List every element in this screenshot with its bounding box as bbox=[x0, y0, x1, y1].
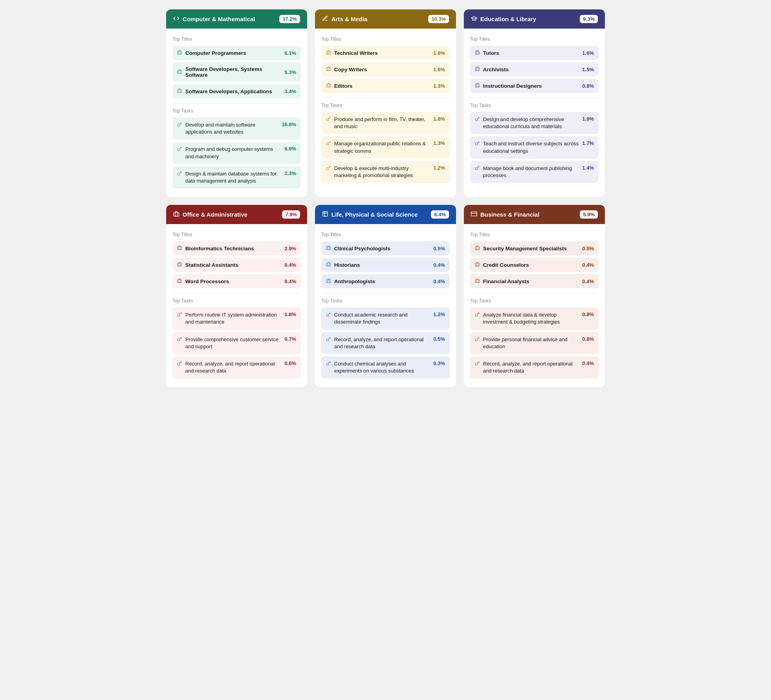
svg-point-28 bbox=[326, 314, 329, 317]
task-pct: 0.7% bbox=[284, 336, 296, 342]
task-pct: 6.9% bbox=[284, 146, 296, 152]
card-title: Arts & Media bbox=[331, 16, 367, 22]
svg-point-37 bbox=[475, 338, 478, 341]
svg-rect-7 bbox=[326, 68, 331, 71]
task-row: Record, analyze, and report operational … bbox=[321, 332, 450, 354]
svg-point-17 bbox=[475, 167, 478, 170]
percentage-badge: 5.9% bbox=[580, 210, 598, 219]
card-header-left: Arts & Media bbox=[322, 15, 367, 23]
card-title: Business & Financial bbox=[480, 211, 539, 218]
task-left: Record, analyze, and report operational … bbox=[326, 336, 430, 350]
card-business-financial: Business & Financial 5.9% Top Titles Sec… bbox=[464, 205, 605, 387]
task-text: Produce and perform in film, TV, theater… bbox=[334, 116, 430, 130]
category-icon bbox=[322, 211, 328, 218]
card-header-left: Office & Administrative bbox=[173, 211, 247, 218]
title-pct: 1.3% bbox=[433, 83, 445, 89]
task-text: Perform routine IT system administration… bbox=[185, 311, 281, 326]
task-text: Teach and instruct diverse subjects acro… bbox=[483, 140, 579, 154]
task-text: Develop and maintain software applicatio… bbox=[185, 121, 279, 136]
task-pct: 0.8% bbox=[582, 311, 594, 317]
key-icon bbox=[177, 122, 182, 128]
svg-point-16 bbox=[475, 143, 478, 145]
task-left: Provide comprehensive customer service a… bbox=[177, 336, 281, 350]
card-office-administrative: Office & Administrative 7.9% Top Titles … bbox=[166, 205, 307, 387]
briefcase-icon bbox=[475, 245, 480, 251]
top-titles-label: Top Titles bbox=[470, 36, 599, 42]
key-icon bbox=[177, 336, 182, 343]
title-pct: 1.6% bbox=[433, 67, 445, 72]
task-pct: 1.2% bbox=[433, 165, 445, 171]
title-row: Tutors 1.6% bbox=[470, 46, 599, 60]
task-row: Design and develop comprehensive educati… bbox=[470, 112, 599, 134]
svg-point-29 bbox=[326, 338, 329, 341]
title-row: Computer Programmers 6.1% bbox=[172, 46, 301, 60]
title-name: Software Developers, Systems Software bbox=[185, 66, 284, 78]
title-row: Editors 1.3% bbox=[321, 79, 450, 93]
svg-rect-21 bbox=[177, 280, 182, 283]
title-left: Computer Programmers bbox=[177, 50, 246, 56]
briefcase-icon bbox=[177, 262, 182, 268]
svg-point-11 bbox=[326, 167, 329, 170]
briefcase-icon bbox=[326, 66, 331, 72]
svg-rect-14 bbox=[475, 84, 480, 87]
top-tasks-label: Top Tasks bbox=[172, 298, 301, 304]
svg-rect-27 bbox=[326, 280, 331, 283]
percentage-badge: 7.9% bbox=[282, 210, 300, 219]
task-row: Perform routine IT system administration… bbox=[172, 307, 301, 329]
title-row: Financial Analysts 0.4% bbox=[470, 274, 599, 288]
title-name: Editors bbox=[334, 83, 353, 89]
percentage-badge: 6.4% bbox=[431, 210, 449, 219]
svg-point-23 bbox=[177, 338, 180, 341]
title-left: Credit Counselors bbox=[475, 262, 529, 268]
card-body: Top Titles Security Management Specialis… bbox=[464, 224, 605, 387]
task-left: Record, analyze, and report operational … bbox=[177, 360, 281, 374]
title-pct: 0.4% bbox=[433, 279, 445, 284]
title-row: Bioinformatics Technicians 2.9% bbox=[172, 241, 301, 255]
category-icon bbox=[471, 211, 477, 218]
card-body: Top Titles Tutors 1.6% Archivists 1.5% I… bbox=[464, 29, 605, 192]
title-row: Archivists 1.5% bbox=[470, 62, 599, 76]
title-name: Tutors bbox=[483, 50, 499, 56]
svg-point-36 bbox=[475, 314, 478, 317]
svg-point-10 bbox=[326, 143, 329, 145]
briefcase-icon bbox=[475, 50, 480, 56]
title-left: Clinical Psychologists bbox=[326, 245, 390, 251]
percentage-badge: 10.3% bbox=[428, 15, 449, 23]
title-row: Security Management Specialists 0.5% bbox=[470, 241, 599, 255]
title-name: Software Developers, Applications bbox=[185, 89, 272, 94]
task-text: Provide personal financial advice and ed… bbox=[483, 336, 579, 350]
svg-point-15 bbox=[475, 118, 478, 121]
card-header: Business & Financial 5.9% bbox=[464, 205, 605, 224]
task-pct: 0.8% bbox=[582, 336, 594, 342]
card-header-left: Life, Physical & Social Science bbox=[322, 211, 418, 218]
title-row: Statistical Assistants 0.4% bbox=[172, 258, 301, 272]
svg-rect-31 bbox=[471, 212, 477, 216]
percentage-badge: 37.2% bbox=[279, 15, 300, 23]
title-row: Word Processors 0.4% bbox=[172, 274, 301, 288]
card-education-library: Education & Library 9.3% Top Titles Tuto… bbox=[464, 9, 605, 197]
top-titles-label: Top Titles bbox=[321, 232, 450, 237]
task-text: Record, analyze, and report operational … bbox=[334, 336, 430, 350]
briefcase-icon bbox=[475, 83, 480, 89]
title-pct: 5.3% bbox=[284, 69, 296, 75]
divider bbox=[321, 293, 450, 293]
category-icon bbox=[173, 211, 179, 218]
svg-rect-25 bbox=[326, 247, 331, 250]
task-pct: 1.4% bbox=[582, 165, 594, 171]
svg-rect-26 bbox=[326, 263, 331, 266]
task-text: Design & maintain database systems for d… bbox=[185, 170, 281, 184]
task-row: Develop & execute multi-industry marketi… bbox=[321, 161, 450, 183]
svg-rect-35 bbox=[475, 280, 480, 283]
task-left: Conduct academic research and disseminat… bbox=[326, 311, 430, 326]
title-left: Financial Analysts bbox=[475, 278, 529, 284]
task-pct: 16.8% bbox=[282, 121, 296, 127]
key-icon bbox=[475, 312, 480, 318]
task-left: Produce and perform in film, TV, theater… bbox=[326, 116, 430, 130]
briefcase-icon bbox=[326, 278, 331, 284]
task-row: Produce and perform in film, TV, theater… bbox=[321, 112, 450, 134]
task-left: Provide personal financial advice and ed… bbox=[475, 336, 579, 350]
top-tasks-label: Top Tasks bbox=[470, 103, 599, 108]
task-text: Record, analyze, and report operational … bbox=[185, 360, 281, 374]
task-text: Record, analyze, and report operational … bbox=[483, 360, 579, 374]
title-left: Word Processors bbox=[177, 278, 229, 284]
